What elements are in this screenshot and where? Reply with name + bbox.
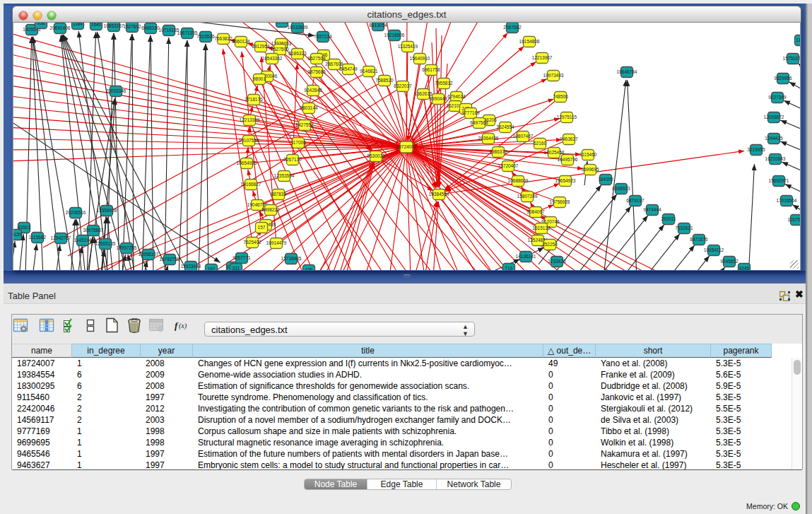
svg-text:30975887: 30975887 — [83, 228, 104, 233]
svg-text:1527602: 1527602 — [123, 24, 141, 29]
svg-text:9474444: 9474444 — [643, 207, 661, 212]
svg-text:7857224: 7857224 — [314, 34, 332, 39]
svg-text:10688609: 10688609 — [508, 178, 529, 183]
svg-text:20364436: 20364436 — [478, 136, 499, 141]
svg-text:10719185: 10719185 — [159, 28, 180, 33]
svg-text:748506: 748506 — [553, 94, 568, 99]
svg-text:1112: 1112 — [796, 37, 801, 42]
svg-text:8498222: 8498222 — [261, 207, 280, 212]
svg-text:1640: 1640 — [91, 23, 102, 27]
svg-text:16543362: 16543362 — [262, 56, 283, 61]
svg-text:1733426: 1733426 — [548, 259, 566, 264]
svg-text:19166827: 19166827 — [241, 182, 261, 187]
svg-text:317006: 317006 — [290, 140, 306, 145]
svg-text:8186323: 8186323 — [288, 51, 307, 56]
svg-text:7663822: 7663822 — [214, 36, 233, 41]
svg-text:8960124: 8960124 — [232, 39, 250, 44]
svg-text:16914479: 16914479 — [266, 240, 287, 245]
svg-text:1167533: 1167533 — [788, 217, 801, 222]
svg-text:7986372: 7986372 — [489, 149, 507, 154]
svg-text:9777169: 9777169 — [461, 110, 480, 115]
svg-text:20206516: 20206516 — [66, 210, 86, 215]
svg-text:16933: 16933 — [276, 23, 288, 24]
svg-text:17016504: 17016504 — [777, 198, 797, 203]
svg-text:62160: 62160 — [534, 141, 546, 146]
svg-text:10654112: 10654112 — [704, 247, 724, 252]
svg-text:12505135: 12505135 — [95, 241, 116, 246]
svg-text:19756928: 19756928 — [550, 199, 570, 204]
svg-text:157: 157 — [258, 225, 266, 230]
svg-text:19218506: 19218506 — [384, 33, 405, 37]
svg-text:293511: 293511 — [661, 216, 676, 221]
svg-text:9245: 9245 — [739, 266, 750, 270]
svg-text:17957255: 17957255 — [117, 245, 137, 250]
svg-text:19384554: 19384554 — [429, 192, 449, 197]
svg-text:16154808: 16154808 — [519, 39, 540, 44]
svg-text:12213967: 12213967 — [532, 55, 553, 60]
svg-text:20691406: 20691406 — [50, 25, 71, 30]
svg-text:182: 182 — [208, 267, 216, 270]
svg-text:1145194: 1145194 — [74, 238, 92, 243]
svg-text:16671355: 16671355 — [177, 30, 198, 35]
svg-text:15720407: 15720407 — [498, 163, 519, 168]
svg-text:6879197: 6879197 — [626, 198, 645, 203]
svg-text:2718176: 2718176 — [245, 97, 263, 102]
svg-text:7625402: 7625402 — [243, 240, 261, 245]
svg-text:12093872: 12093872 — [764, 115, 784, 119]
svg-text:39159: 39159 — [13, 232, 22, 237]
svg-text:8427552: 8427552 — [295, 122, 314, 127]
svg-text:8813054: 8813054 — [369, 23, 387, 28]
svg-text:3624554: 3624554 — [496, 124, 514, 129]
svg-text:10853267: 10853267 — [104, 23, 124, 28]
svg-text:0699695: 0699695 — [581, 167, 599, 172]
svg-text:9657771: 9657771 — [233, 255, 251, 260]
svg-text:20053346: 20053346 — [106, 88, 126, 93]
svg-text:15751074: 15751074 — [783, 56, 801, 61]
svg-text:10973493: 10973493 — [543, 73, 564, 78]
svg-text:6466160: 6466160 — [141, 25, 160, 30]
svg-text:8471676: 8471676 — [690, 237, 708, 242]
svg-text:1184: 1184 — [73, 23, 83, 26]
svg-text:1362615: 1362615 — [414, 91, 433, 96]
svg-text:10107553: 10107553 — [239, 138, 259, 143]
svg-text:8938923: 8938923 — [612, 186, 630, 191]
svg-text:16495796: 16495796 — [558, 157, 578, 162]
svg-text:7955812: 7955812 — [435, 81, 453, 86]
svg-text:16782759: 16782759 — [160, 257, 180, 262]
svg-text:10025458: 10025458 — [544, 150, 565, 155]
svg-text:9527500: 9527500 — [271, 47, 289, 52]
svg-text:7515526: 7515526 — [196, 34, 215, 39]
svg-text:9146821: 9146821 — [360, 69, 378, 74]
svg-text:7632621: 7632621 — [675, 226, 693, 230]
svg-text:8454749: 8454749 — [339, 66, 358, 71]
svg-text:6497568: 6497568 — [470, 120, 488, 125]
svg-text:14136141: 14136141 — [516, 254, 536, 259]
svg-text:98901: 98901 — [253, 76, 266, 81]
svg-text:12942757: 12942757 — [51, 235, 71, 240]
svg-text:12213369: 12213369 — [240, 117, 260, 122]
svg-text:19654923: 19654923 — [555, 178, 576, 183]
svg-text:2087682: 2087682 — [503, 25, 522, 30]
svg-text:252254: 252254 — [542, 242, 558, 247]
svg-text:18724007: 18724007 — [396, 144, 417, 149]
svg-text:11325419: 11325419 — [398, 44, 418, 49]
svg-text:8912954: 8912954 — [252, 44, 270, 49]
svg-text:1115682: 1115682 — [29, 235, 47, 240]
svg-text:164095: 164095 — [598, 177, 613, 182]
svg-text:9990448: 9990448 — [429, 96, 447, 101]
svg-text:10654925: 10654925 — [237, 160, 257, 165]
svg-text:9329966: 9329966 — [774, 76, 792, 81]
svg-text:3875685: 3875685 — [307, 69, 326, 74]
svg-text:6794024: 6794024 — [447, 94, 466, 99]
svg-text:2530023: 2530023 — [367, 153, 385, 158]
svg-text:15807249: 15807249 — [517, 194, 538, 199]
svg-text:1615132: 1615132 — [532, 226, 551, 230]
svg-text:6961758: 6961758 — [422, 67, 440, 72]
svg-text:15718485: 15718485 — [281, 256, 302, 261]
svg-text:719: 719 — [505, 266, 513, 270]
svg-text:8322037: 8322037 — [394, 83, 412, 88]
svg-text:436: 436 — [305, 267, 313, 270]
svg-text:3215955: 3215955 — [747, 147, 765, 152]
svg-text:12353594: 12353594 — [274, 173, 295, 178]
svg-text:12975115: 12975115 — [557, 115, 577, 119]
